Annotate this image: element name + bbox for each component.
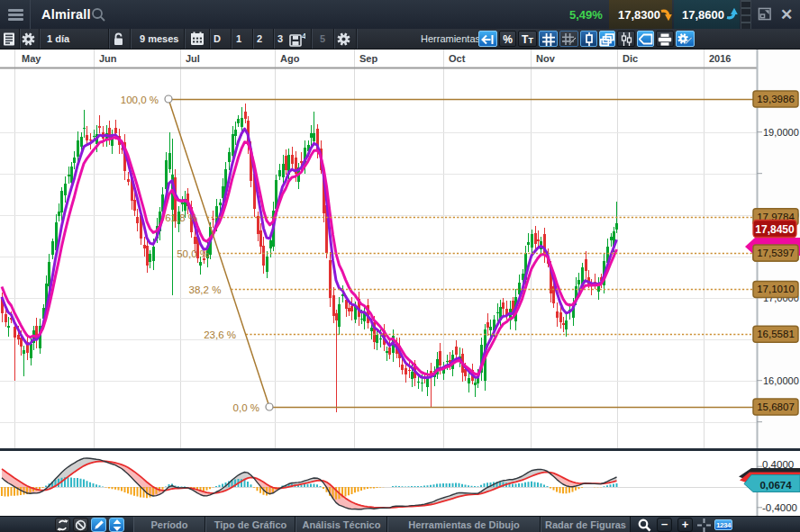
svg-text:38,2 %: 38,2 % (189, 284, 222, 295)
svg-text:May: May (22, 53, 41, 64)
svg-text:19,0000: 19,0000 (763, 127, 799, 138)
svg-text:4: 4 (302, 32, 305, 41)
svg-text:Jul: Jul (186, 53, 200, 64)
svg-text:0,0 %: 0,0 % (233, 402, 259, 413)
svg-text:2016: 2016 (709, 53, 731, 64)
svg-text:61,8 %: 61,8 % (165, 212, 197, 223)
svg-text:17,8450: 17,8450 (755, 223, 795, 236)
svg-text:17,1010: 17,1010 (757, 284, 795, 294)
svg-text:23,6 %: 23,6 % (204, 329, 236, 340)
svg-text:100,0 %: 100,0 % (121, 95, 159, 105)
svg-text:15,6807: 15,6807 (757, 401, 795, 412)
svg-text:0,0674: 0,0674 (759, 480, 792, 491)
svg-text:Jun: Jun (99, 53, 117, 64)
svg-text:19,3986: 19,3986 (757, 94, 795, 104)
svg-text:Ago: Ago (280, 53, 300, 64)
svg-text:Dic: Dic (623, 53, 638, 64)
svg-text:16,0000: 16,0000 (763, 375, 799, 386)
svg-text:16,5581: 16,5581 (757, 329, 795, 339)
svg-text:50,0 %: 50,0 % (177, 248, 209, 259)
svg-text:-0,4000: -0,4000 (762, 502, 797, 513)
svg-text:Sep: Sep (359, 53, 377, 64)
svg-text:Oct: Oct (449, 53, 466, 64)
svg-text:Nov: Nov (536, 53, 556, 64)
svg-text:17,5397: 17,5397 (757, 248, 795, 258)
